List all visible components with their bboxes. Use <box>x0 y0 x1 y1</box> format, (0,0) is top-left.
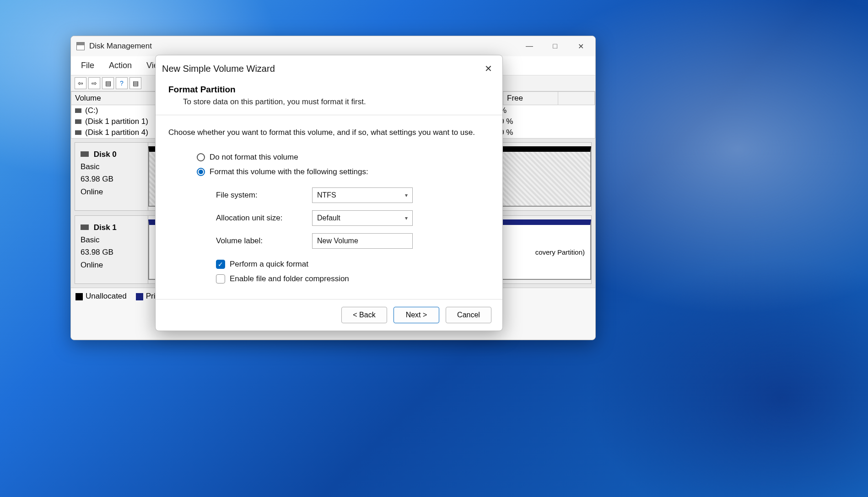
swatch-unallocated <box>75 293 83 300</box>
volume-icon <box>75 119 81 124</box>
allocation-unit-select[interactable]: Default ▾ <box>312 210 413 226</box>
next-button[interactable]: Next > <box>394 307 439 323</box>
wizard-intro: Choose whether you want to format this v… <box>168 128 490 137</box>
close-button[interactable]: ✕ <box>568 36 593 56</box>
radio-do-not-format[interactable]: Do not format this volume <box>168 150 490 165</box>
col-free[interactable]: Free <box>503 92 558 105</box>
compression-checkbox[interactable]: Enable file and folder compression <box>168 272 490 286</box>
allocation-unit-label: Allocation unit size: <box>216 214 312 223</box>
close-icon[interactable]: ✕ <box>480 61 496 76</box>
help-icon[interactable]: ? <box>116 77 128 89</box>
wizard-body: Choose whether you want to format this v… <box>156 115 502 295</box>
col-blank[interactable] <box>558 92 595 105</box>
titlebar: Disk Management — □ ✕ <box>71 36 595 56</box>
chevron-down-icon: ▾ <box>405 215 408 221</box>
checkbox-icon: ✓ <box>216 260 225 269</box>
layout-icon[interactable]: ▤ <box>102 77 114 89</box>
radio-icon <box>197 168 205 176</box>
wizard-footer: < Back Next > Cancel <box>156 299 502 331</box>
cancel-button[interactable]: Cancel <box>446 307 491 323</box>
disk-icon <box>81 151 89 157</box>
volume-label-label: Volume label: <box>216 236 312 246</box>
wizard-dialog: New Simple Volume Wizard ✕ Format Partit… <box>155 55 503 331</box>
wizard-heading: Format Partition <box>168 85 490 95</box>
disk-label[interactable]: Disk 0 Basic 63.98 GB Online <box>75 143 148 210</box>
file-system-label: File system: <box>216 191 312 200</box>
minimize-button[interactable]: — <box>517 36 542 56</box>
window-title: Disk Management <box>89 42 517 51</box>
wizard-header: Format Partition To store data on this p… <box>156 79 502 115</box>
volume-icon <box>75 108 81 113</box>
disk-icon <box>81 224 89 230</box>
radio-format-with-settings[interactable]: Format this volume with the following se… <box>168 165 490 179</box>
back-icon[interactable]: ⇦ <box>75 77 86 89</box>
wizard-title: New Simple Volume Wizard <box>162 64 480 74</box>
app-icon <box>76 42 85 50</box>
chevron-down-icon: ▾ <box>405 192 408 198</box>
wizard-subheading: To store data on this partition, you mus… <box>168 97 490 107</box>
list-icon[interactable]: ▤ <box>129 77 141 89</box>
back-button[interactable]: < Back <box>341 307 387 323</box>
radio-icon <box>197 153 205 161</box>
disk-label[interactable]: Disk 1 Basic 63.98 GB Online <box>75 216 148 283</box>
format-settings: File system: NTFS ▾ Allocation unit size… <box>168 179 490 257</box>
wizard-titlebar: New Simple Volume Wizard ✕ <box>156 55 502 79</box>
quick-format-checkbox[interactable]: ✓ Perform a quick format <box>168 257 490 272</box>
checkbox-icon <box>216 274 225 283</box>
forward-icon[interactable]: ⇨ <box>88 77 100 89</box>
file-system-select[interactable]: NTFS ▾ <box>312 187 413 203</box>
menu-action[interactable]: Action <box>102 57 139 74</box>
maximize-button[interactable]: □ <box>542 36 568 56</box>
menu-file[interactable]: File <box>74 57 102 74</box>
volume-label-input[interactable]: New Volume <box>312 233 413 249</box>
volume-icon <box>75 130 81 135</box>
swatch-primary <box>136 293 143 300</box>
